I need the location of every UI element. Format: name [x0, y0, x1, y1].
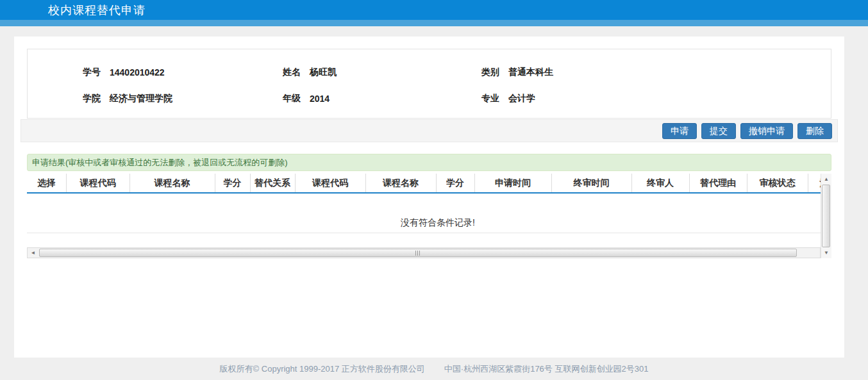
- col-final-review-time: 终审时间: [551, 174, 631, 193]
- horizontal-scrollbar-track[interactable]: [38, 248, 820, 258]
- vertical-scrollbar[interactable]: ▲ ▼: [821, 174, 831, 258]
- copyright-text: 版权所有© Copyright 1999-2017 正方软件股份有限公司: [220, 363, 425, 375]
- scroll-down-icon[interactable]: ▼: [821, 247, 831, 258]
- horizontal-scrollbar[interactable]: ◄: [27, 247, 821, 258]
- scrollbar-grip-icon: [415, 251, 421, 256]
- field-major: 专业 会计学: [481, 93, 535, 104]
- field-college: 学院 经济与管理学院: [83, 93, 283, 104]
- student-id-value: 14402010422: [110, 67, 165, 78]
- name-value: 杨旺凯: [310, 67, 337, 78]
- name-label: 姓名: [283, 67, 301, 78]
- col-substitute-reason: 替代理由: [689, 174, 747, 193]
- app-header: 校内课程替代申请: [0, 0, 868, 20]
- delete-button[interactable]: 删除: [797, 123, 832, 139]
- field-category: 类别 普通本科生: [481, 67, 553, 78]
- info-row: 学号 14402010422 姓名 杨旺凯 类别 普通本科生: [83, 67, 831, 78]
- col-course-code-1: 课程代码: [66, 174, 129, 193]
- category-label: 类别: [481, 67, 499, 78]
- apply-button[interactable]: 申请: [662, 123, 697, 139]
- scroll-left-icon[interactable]: ◄: [28, 248, 38, 258]
- col-course-name-2: 课程名称: [365, 174, 436, 193]
- col-final-reviewer: 终审人: [631, 174, 689, 193]
- category-value: 普通本科生: [508, 67, 553, 78]
- header-sub-strip: [0, 20, 868, 26]
- application-results-section: 申请结果(审核中或者审核通过的无法删除，被退回或无流程的可删除) 选择 课程代码…: [27, 154, 831, 258]
- col-select: 选择: [27, 174, 66, 193]
- field-name: 姓名 杨旺凯: [283, 67, 481, 78]
- college-label: 学院: [83, 93, 101, 104]
- student-id-label: 学号: [83, 67, 101, 78]
- major-value: 会计学: [508, 93, 535, 104]
- results-table: 选择 课程代码 课程名称 学分 替代关系 课程代码 课程名称 学分 申请时间 终…: [27, 174, 821, 194]
- results-table-region: 选择 课程代码 课程名称 学分 替代关系 课程代码 课程名称 学分 申请时间 终…: [27, 174, 831, 258]
- field-grade: 年级 2014: [283, 93, 481, 104]
- horizontal-scrollbar-thumb[interactable]: [39, 249, 797, 257]
- col-process: 流程: [808, 174, 821, 193]
- grade-value: 2014: [310, 94, 330, 104]
- col-substitute-relation: 替代关系: [250, 174, 295, 193]
- company-address: 中国·杭州西湖区紫霞街176号 互联网创新创业园2号301: [444, 363, 649, 375]
- major-label: 专业: [481, 93, 499, 104]
- col-review-status: 审核状态: [747, 174, 808, 193]
- field-student-id: 学号 14402010422: [83, 67, 283, 78]
- page-title: 校内课程替代申请: [0, 3, 146, 18]
- empty-results-message: 没有符合条件记录!: [27, 194, 821, 233]
- table-scroll-viewport: 选择 课程代码 课程名称 学分 替代关系 课程代码 课程名称 学分 申请时间 终…: [27, 174, 821, 247]
- student-info-panel: 学号 14402010422 姓名 杨旺凯 类别 普通本科生 学院 经济与管理学…: [27, 49, 831, 119]
- college-value: 经济与管理学院: [110, 93, 172, 104]
- results-notice: 申请结果(审核中或者审核通过的无法删除，被退回或无流程的可删除): [27, 154, 831, 171]
- toolbar: 申请 提交 撤销申请 删除: [21, 119, 838, 142]
- grade-label: 年级: [283, 93, 301, 104]
- vertical-scrollbar-thumb[interactable]: [822, 185, 830, 247]
- col-apply-time: 申请时间: [474, 174, 551, 193]
- withdraw-application-button[interactable]: 撤销申请: [740, 123, 793, 139]
- table-header-row: 选择 课程代码 课程名称 学分 替代关系 课程代码 课程名称 学分 申请时间 终…: [27, 174, 821, 193]
- info-row: 学院 经济与管理学院 年级 2014 专业 会计学: [83, 93, 831, 104]
- main-card: 学号 14402010422 姓名 杨旺凯 类别 普通本科生 学院 经济与管理学…: [14, 37, 844, 358]
- col-credits-1: 学分: [215, 174, 250, 193]
- scroll-up-icon[interactable]: ▲: [821, 174, 831, 185]
- col-course-code-2: 课程代码: [295, 174, 365, 193]
- submit-button[interactable]: 提交: [701, 123, 736, 139]
- col-course-name-1: 课程名称: [129, 174, 215, 193]
- page-footer: 版权所有© Copyright 1999-2017 正方软件股份有限公司 中国·…: [0, 358, 868, 380]
- col-credits-2: 学分: [436, 174, 474, 193]
